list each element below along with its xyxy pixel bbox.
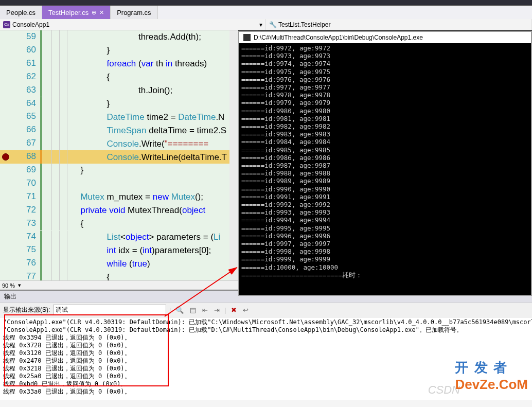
code-text: TimeSpan deltaTime = time2.S <box>49 125 226 136</box>
code-line[interactable]: 72 private void MutexThread(object <box>0 204 238 217</box>
code-line[interactable]: 65 DateTime time2 = DateTime.N <box>0 110 238 123</box>
code-text: foreach (var th in threads) <box>49 58 207 69</box>
code-text: Console.WriteLine(deltaTime.T <box>49 152 227 163</box>
code-text: Mutex m_mutex = new Mutex(); <box>49 191 203 202</box>
goto-icon[interactable]: ▤ <box>188 305 198 315</box>
code-line[interactable]: 61 foreach (var th in threads) <box>0 57 238 70</box>
code-line[interactable]: 60 } <box>0 44 238 57</box>
output-toolbar: 显示输出来源(S): 调试 | 🔍 ▤ ⇤ ⇥ | ✖ ↩ <box>0 303 532 317</box>
line-number: 75 <box>15 244 36 255</box>
line-number: 64 <box>15 98 36 109</box>
output-source-label: 显示输出来源(S): <box>3 306 50 314</box>
tab-testhelper[interactable]: TestHelper.cs ⊕ ✕ <box>42 6 111 19</box>
code-text: DateTime time2 = DateTime.N <box>49 112 224 122</box>
code-line[interactable]: 68 Console.WriteLine(deltaTime.T <box>0 150 238 164</box>
code-text: } <box>49 165 83 175</box>
nav-class[interactable]: 🔧 TestList.TestHelper <box>266 19 532 30</box>
code-text: } <box>49 98 110 109</box>
nav-project[interactable]: C# ConsoleApp1 ▾ <box>0 19 266 30</box>
code-line[interactable]: 59 threads.Add(th); <box>0 30 238 44</box>
breakpoint-icon[interactable] <box>2 153 9 161</box>
exe-icon <box>243 34 251 41</box>
watermark-devze: 开 发 者 DevZe.CoM <box>455 359 528 393</box>
line-number: 61 <box>15 58 36 68</box>
console-titlebar[interactable]: D:\C#\MultiThread\ConsoleApp1\bin\Debug\… <box>239 32 531 43</box>
find-icon[interactable]: 🔍 <box>174 305 185 315</box>
scrollbar-vertical[interactable] <box>229 30 238 290</box>
line-number: 62 <box>15 72 36 82</box>
code-text: while (true) <box>49 258 150 269</box>
line-number: 74 <box>15 232 36 242</box>
pin-icon[interactable]: ⊕ <box>92 9 96 16</box>
console-output[interactable]: ======id:9972, age:9972 ======id:9973, a… <box>239 43 531 294</box>
csharp-icon: C# <box>3 21 10 28</box>
file-tabs-bar: People.cs TestHelper.cs ⊕ ✕ Program.cs <box>0 5 532 19</box>
nav-bar: C# ConsoleApp1 ▾ 🔧 TestList.TestHelper <box>0 19 532 30</box>
line-number: 60 <box>15 45 36 55</box>
line-number: 67 <box>15 138 36 148</box>
zoom-bar[interactable]: 90 %▾ <box>0 280 238 290</box>
tab-people[interactable]: People.cs <box>0 6 42 19</box>
code-text: { <box>49 218 83 229</box>
code-text: Console.Write("======== <box>49 138 208 149</box>
line-number: 68 <box>15 151 36 162</box>
code-line[interactable]: 67 Console.Write("======== <box>0 137 238 150</box>
code-line[interactable]: 71 Mutex m_mutex = new Mutex(); <box>0 190 238 204</box>
line-number: 66 <box>15 125 36 135</box>
output-source-select[interactable]: 调试 <box>53 305 166 315</box>
code-text: int idx = (int)parameters[0]; <box>49 245 211 256</box>
line-number: 65 <box>15 111 36 121</box>
code-line[interactable]: 75 int idx = (int)parameters[0]; <box>0 243 238 257</box>
code-line[interactable]: 63 th.Join(); <box>0 84 238 97</box>
code-editor[interactable]: 59 threads.Add(th);60 }61 foreach (var t… <box>0 30 238 290</box>
line-number: 63 <box>15 85 36 95</box>
tab-program[interactable]: Program.cs <box>111 6 157 19</box>
code-line[interactable]: 62 { <box>0 70 238 84</box>
console-window: D:\C#\MultiThread\ConsoleApp1\bin\Debug\… <box>238 31 532 296</box>
line-number: 70 <box>15 178 36 188</box>
code-text: { <box>49 72 110 82</box>
line-number: 59 <box>15 31 36 42</box>
line-number: 73 <box>15 218 36 228</box>
code-line[interactable]: 66 TimeSpan deltaTime = time2.S <box>0 123 238 137</box>
code-line[interactable]: 74 List<object> parameters = (Li <box>0 231 238 244</box>
close-icon[interactable]: ✕ <box>99 9 104 16</box>
code-line[interactable]: 69 } <box>0 164 238 177</box>
code-text: List<object> parameters = (Li <box>49 232 220 242</box>
code-text: th.Join(); <box>49 85 172 96</box>
clear-icon[interactable]: ✖ <box>229 305 238 315</box>
code-text: } <box>49 45 110 56</box>
next-icon[interactable]: ⇥ <box>212 305 221 315</box>
code-line[interactable]: 64 } <box>0 97 238 111</box>
line-number: 71 <box>15 191 36 202</box>
code-text: private void MutexThread(object <box>49 205 208 216</box>
code-line[interactable]: 73 { <box>0 217 238 231</box>
top-strip <box>0 0 532 5</box>
wrench-icon: 🔧 <box>269 21 276 28</box>
line-number: 72 <box>15 205 36 215</box>
wrap-icon[interactable]: ↩ <box>241 305 250 315</box>
code-line[interactable]: 76 while (true) <box>0 257 238 270</box>
code-line[interactable]: 70 <box>0 177 238 190</box>
line-number: 69 <box>15 165 36 175</box>
code-text: threads.Add(th); <box>49 31 201 42</box>
line-number: 76 <box>15 258 36 268</box>
prev-icon[interactable]: ⇤ <box>201 305 209 315</box>
